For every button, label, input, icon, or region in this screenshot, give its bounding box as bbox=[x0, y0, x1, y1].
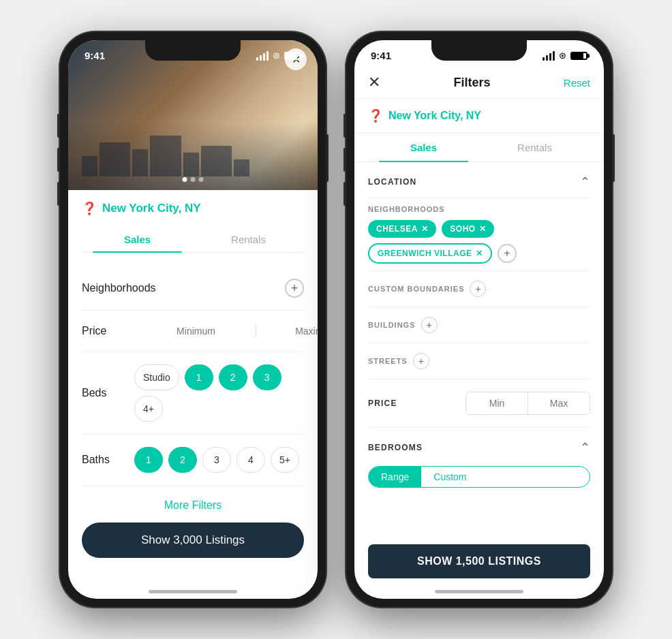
neighborhoods-label: Neighborhoods bbox=[82, 282, 156, 294]
more-filters-btn[interactable]: More Filters bbox=[82, 486, 304, 523]
bedrooms-chevron-icon: ⌃ bbox=[580, 440, 590, 455]
building-1 bbox=[82, 156, 97, 176]
filters-content: LOCATION ⌃ NEIGHBORHOODS CHELSEA ✕ SOHO … bbox=[354, 162, 604, 535]
notch-1 bbox=[145, 40, 241, 61]
price-min-field[interactable] bbox=[466, 392, 528, 414]
beds-option-studio[interactable]: Studio bbox=[134, 364, 179, 390]
neighborhoods-row: Neighborhoods + bbox=[82, 266, 304, 311]
filters-bottom: SHOW 1,500 Listings bbox=[354, 535, 604, 599]
wifi-icon-1: ⊛ bbox=[273, 50, 280, 61]
soho-tag-remove[interactable]: ✕ bbox=[479, 224, 487, 234]
dot-1 bbox=[183, 177, 187, 182]
tab-rentals-1[interactable]: Rentals bbox=[193, 227, 304, 252]
location-row-1: ❓ New York City, NY bbox=[82, 201, 304, 216]
filters-location-row: ❓ New York City, NY bbox=[354, 99, 604, 134]
battery-icon-1 bbox=[284, 52, 301, 60]
notch-2 bbox=[431, 40, 527, 61]
filters-tab-rentals[interactable]: Rentals bbox=[479, 134, 590, 161]
show-listings-btn-2[interactable]: SHOW 1,500 Listings bbox=[368, 544, 590, 578]
home-indicator-2 bbox=[435, 590, 523, 593]
baths-option-3[interactable]: 3 bbox=[202, 447, 231, 473]
range-toggle-btn[interactable]: Range bbox=[369, 467, 421, 487]
price-max-input[interactable] bbox=[256, 323, 318, 339]
building-3 bbox=[132, 149, 148, 176]
price-max-field[interactable] bbox=[528, 392, 590, 414]
building-6 bbox=[201, 146, 232, 176]
signal-bar-1 bbox=[256, 57, 258, 61]
building-7 bbox=[234, 159, 249, 176]
neighborhoods-add-btn[interactable]: + bbox=[285, 279, 304, 298]
beds-option-3[interactable]: 3 bbox=[253, 364, 281, 390]
custom-boundaries-row: CUSTOM BOUNDARIES + bbox=[368, 270, 590, 307]
hero-dots bbox=[183, 177, 204, 182]
baths-option-1[interactable]: 1 bbox=[134, 447, 163, 473]
streets-label: STREETS bbox=[368, 357, 408, 365]
beds-label: Beds bbox=[82, 387, 126, 399]
baths-option-2[interactable]: 2 bbox=[168, 447, 197, 473]
sig-b2 bbox=[546, 55, 548, 61]
price-label-1: Price bbox=[82, 325, 136, 337]
battery-fill-1 bbox=[286, 53, 297, 59]
streets-row: STREETS + bbox=[368, 343, 590, 379]
signal-bar-2 bbox=[260, 55, 262, 61]
filters-tabs: Sales Rentals bbox=[354, 134, 604, 162]
tab-sales-1[interactable]: Sales bbox=[82, 227, 193, 252]
custom-boundaries-add-btn[interactable]: + bbox=[470, 281, 486, 297]
filters-close-btn[interactable]: ✕ bbox=[368, 74, 380, 91]
filters-reset-btn[interactable]: Reset bbox=[564, 77, 590, 89]
baths-label: Baths bbox=[82, 454, 126, 466]
sig-b3 bbox=[549, 53, 551, 61]
greenwich-tag-label: GREENWICH VILLAGE bbox=[378, 249, 472, 258]
signal-bar-4 bbox=[266, 51, 269, 61]
bedrooms-section: BEDROOMS ⌃ Range Custom bbox=[368, 427, 590, 488]
price-min-input[interactable] bbox=[136, 323, 256, 339]
filters-header: ✕ Filters Reset bbox=[354, 65, 604, 99]
location-section-header: LOCATION ⌃ bbox=[368, 162, 590, 198]
neighborhood-add-btn[interactable]: + bbox=[498, 244, 517, 263]
buildings-row: BUILDINGS + bbox=[368, 307, 590, 343]
bedrooms-header: BEDROOMS ⌃ bbox=[368, 440, 590, 455]
building-2 bbox=[100, 142, 131, 176]
phone-screen-2: 9:41 ⊛ ✕ Filters bbox=[354, 40, 604, 599]
buildings-add-btn[interactable]: + bbox=[421, 317, 438, 333]
soho-tag-label: SOHO bbox=[450, 224, 475, 234]
beds-option-2[interactable]: 2 bbox=[219, 364, 247, 390]
buildings-label: BUILDINGS bbox=[368, 321, 416, 329]
show-btn-wrapper-1: Show 3,000 Listings bbox=[82, 523, 304, 572]
battery-fill-2 bbox=[572, 53, 583, 59]
content-scroll-1: ❓ New York City, NY Sales Rentals Neighb… bbox=[68, 190, 318, 599]
custom-toggle-btn[interactable]: Custom bbox=[421, 467, 478, 487]
phone-screen-1: 9:41 ⊛ bbox=[68, 40, 318, 599]
sig-b1 bbox=[543, 57, 545, 61]
filters-title: Filters bbox=[453, 76, 490, 90]
filters-location-pin-icon: ❓ bbox=[368, 108, 383, 123]
price-section: PRICE bbox=[368, 379, 590, 427]
filters-tab-sales[interactable]: Sales bbox=[368, 134, 479, 161]
soho-tag[interactable]: SOHO ✕ bbox=[442, 220, 494, 238]
greenwich-tag[interactable]: GREENWICH VILLAGE ✕ bbox=[368, 243, 492, 264]
filters-location-text: New York City, NY bbox=[388, 110, 481, 122]
beds-options: Studio 1 2 3 4+ bbox=[134, 364, 304, 422]
neighborhoods-sub-label: NEIGHBORHOODS bbox=[368, 205, 590, 213]
chelsea-tag[interactable]: CHELSEA ✕ bbox=[368, 220, 436, 238]
beds-option-4plus[interactable]: 4+ bbox=[134, 396, 163, 422]
baths-option-4[interactable]: 4 bbox=[236, 447, 265, 473]
location-text-1: New York City, NY bbox=[102, 202, 201, 215]
status-icons-1: ⊛ bbox=[256, 50, 301, 61]
price-row-1: Price bbox=[82, 311, 304, 352]
streets-add-btn[interactable]: + bbox=[413, 353, 429, 369]
range-custom-toggle: Range Custom bbox=[368, 466, 590, 488]
neighborhoods-subsection: NEIGHBORHOODS CHELSEA ✕ SOHO ✕ GREENWICH… bbox=[368, 198, 590, 270]
custom-boundaries-label: CUSTOM BOUNDARIES bbox=[368, 285, 464, 293]
beds-option-1[interactable]: 1 bbox=[185, 364, 213, 390]
dot-2 bbox=[191, 177, 196, 182]
chelsea-tag-remove[interactable]: ✕ bbox=[421, 224, 429, 234]
phone-2: 9:41 ⊛ ✕ Filters bbox=[346, 32, 612, 607]
show-listings-btn-1[interactable]: Show 3,000 Listings bbox=[82, 523, 304, 558]
neighborhood-tags: CHELSEA ✕ SOHO ✕ GREENWICH VILLAGE ✕ + bbox=[368, 220, 590, 264]
baths-option-5plus[interactable]: 5+ bbox=[271, 447, 299, 473]
greenwich-tag-remove[interactable]: ✕ bbox=[476, 249, 483, 258]
status-time-1: 9:41 bbox=[85, 50, 105, 61]
signal-bar-3 bbox=[263, 53, 265, 61]
status-time-2: 9:41 bbox=[371, 50, 391, 61]
